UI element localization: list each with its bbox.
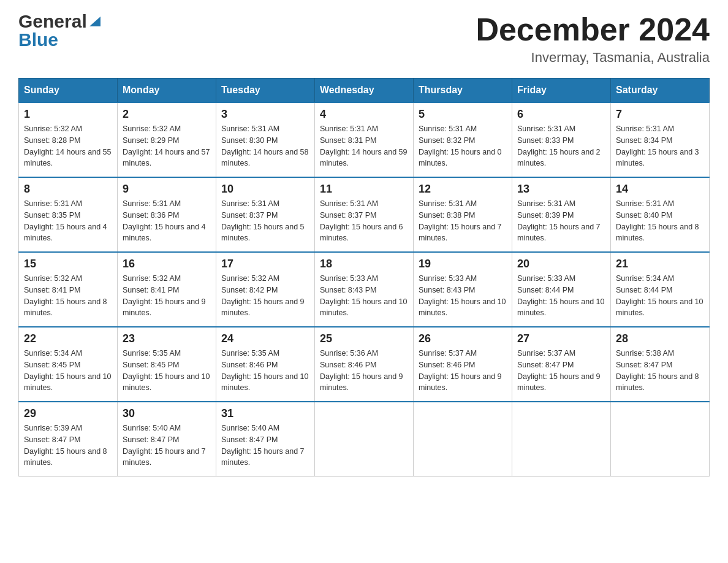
calendar-cell: 12 Sunrise: 5:31 AM Sunset: 8:38 PM Dayl… <box>414 177 512 252</box>
day-info: Sunrise: 5:35 AM Sunset: 8:46 PM Dayligh… <box>221 348 309 394</box>
day-number: 1 <box>24 108 112 121</box>
day-info: Sunrise: 5:34 AM Sunset: 8:44 PM Dayligh… <box>616 273 704 319</box>
calendar-cell: 21 Sunrise: 5:34 AM Sunset: 8:44 PM Dayl… <box>611 252 710 327</box>
day-number: 26 <box>419 332 507 345</box>
day-number: 5 <box>419 108 507 121</box>
day-info: Sunrise: 5:39 AM Sunset: 8:47 PM Dayligh… <box>24 423 112 469</box>
day-info: Sunrise: 5:32 AM Sunset: 8:28 PM Dayligh… <box>24 123 112 169</box>
day-number: 10 <box>221 183 309 196</box>
day-info: Sunrise: 5:31 AM Sunset: 8:39 PM Dayligh… <box>517 198 605 244</box>
day-number: 21 <box>616 258 704 270</box>
page-header: General Blue December 2024 Invermay, Tas… <box>18 12 710 66</box>
calendar-cell: 2 Sunrise: 5:32 AM Sunset: 8:29 PM Dayli… <box>118 102 216 177</box>
day-info: Sunrise: 5:31 AM Sunset: 8:36 PM Dayligh… <box>123 198 211 244</box>
calendar-cell: 10 Sunrise: 5:31 AM Sunset: 8:37 PM Dayl… <box>216 177 315 252</box>
calendar-cell: 15 Sunrise: 5:32 AM Sunset: 8:41 PM Dayl… <box>19 252 118 327</box>
day-number: 25 <box>320 332 408 345</box>
calendar-week-row: 1 Sunrise: 5:32 AM Sunset: 8:28 PM Dayli… <box>19 102 710 177</box>
day-info: Sunrise: 5:32 AM Sunset: 8:42 PM Dayligh… <box>221 273 309 319</box>
calendar-cell: 7 Sunrise: 5:31 AM Sunset: 8:34 PM Dayli… <box>611 102 710 177</box>
calendar-cell: 23 Sunrise: 5:35 AM Sunset: 8:45 PM Dayl… <box>118 327 216 402</box>
day-info: Sunrise: 5:33 AM Sunset: 8:44 PM Dayligh… <box>517 273 605 319</box>
day-number: 18 <box>320 258 408 270</box>
calendar-cell: 17 Sunrise: 5:32 AM Sunset: 8:42 PM Dayl… <box>216 252 315 327</box>
logo: General Blue <box>18 12 102 49</box>
day-info: Sunrise: 5:31 AM Sunset: 8:33 PM Dayligh… <box>517 123 605 169</box>
calendar-header-row: SundayMondayTuesdayWednesdayThursdayFrid… <box>19 79 710 103</box>
day-number: 16 <box>123 258 211 270</box>
day-info: Sunrise: 5:31 AM Sunset: 8:37 PM Dayligh… <box>320 198 408 244</box>
day-number: 29 <box>24 407 112 420</box>
calendar-cell <box>512 402 611 477</box>
calendar-cell: 30 Sunrise: 5:40 AM Sunset: 8:47 PM Dayl… <box>118 402 216 477</box>
day-number: 30 <box>123 407 211 420</box>
calendar-cell: 26 Sunrise: 5:37 AM Sunset: 8:46 PM Dayl… <box>414 327 512 402</box>
calendar-cell <box>414 402 512 477</box>
day-info: Sunrise: 5:31 AM Sunset: 8:34 PM Dayligh… <box>616 123 704 169</box>
calendar-week-row: 22 Sunrise: 5:34 AM Sunset: 8:45 PM Dayl… <box>19 327 710 402</box>
day-info: Sunrise: 5:32 AM Sunset: 8:41 PM Dayligh… <box>24 273 112 319</box>
day-number: 8 <box>24 183 112 196</box>
day-number: 13 <box>517 183 605 196</box>
day-number: 6 <box>517 108 605 121</box>
day-number: 24 <box>221 332 309 345</box>
logo-triangle-icon <box>88 14 102 28</box>
logo-general-text: General <box>18 12 87 31</box>
calendar-day-header: Friday <box>512 79 611 103</box>
day-number: 27 <box>517 332 605 345</box>
day-number: 15 <box>24 258 112 270</box>
day-info: Sunrise: 5:37 AM Sunset: 8:47 PM Dayligh… <box>517 348 605 394</box>
calendar-cell: 16 Sunrise: 5:32 AM Sunset: 8:41 PM Dayl… <box>118 252 216 327</box>
day-info: Sunrise: 5:34 AM Sunset: 8:45 PM Dayligh… <box>24 348 112 394</box>
day-info: Sunrise: 5:40 AM Sunset: 8:47 PM Dayligh… <box>123 423 211 469</box>
calendar-day-header: Tuesday <box>216 79 315 103</box>
calendar-cell: 28 Sunrise: 5:38 AM Sunset: 8:47 PM Dayl… <box>611 327 710 402</box>
day-number: 17 <box>221 258 309 270</box>
day-info: Sunrise: 5:37 AM Sunset: 8:46 PM Dayligh… <box>419 348 507 394</box>
calendar-cell: 5 Sunrise: 5:31 AM Sunset: 8:32 PM Dayli… <box>414 102 512 177</box>
day-info: Sunrise: 5:40 AM Sunset: 8:47 PM Dayligh… <box>221 423 309 469</box>
day-info: Sunrise: 5:36 AM Sunset: 8:46 PM Dayligh… <box>320 348 408 394</box>
calendar-cell: 20 Sunrise: 5:33 AM Sunset: 8:44 PM Dayl… <box>512 252 611 327</box>
month-title: December 2024 <box>476 12 710 47</box>
day-number: 9 <box>123 183 211 196</box>
calendar-day-header: Saturday <box>611 79 710 103</box>
day-number: 3 <box>221 108 309 121</box>
calendar-cell: 14 Sunrise: 5:31 AM Sunset: 8:40 PM Dayl… <box>611 177 710 252</box>
day-info: Sunrise: 5:31 AM Sunset: 8:37 PM Dayligh… <box>221 198 309 244</box>
calendar-cell: 11 Sunrise: 5:31 AM Sunset: 8:37 PM Dayl… <box>315 177 414 252</box>
calendar-cell: 25 Sunrise: 5:36 AM Sunset: 8:46 PM Dayl… <box>315 327 414 402</box>
day-info: Sunrise: 5:32 AM Sunset: 8:41 PM Dayligh… <box>123 273 211 319</box>
logo-image: General Blue <box>18 12 102 49</box>
day-number: 31 <box>221 407 309 420</box>
day-number: 20 <box>517 258 605 270</box>
calendar-cell: 3 Sunrise: 5:31 AM Sunset: 8:30 PM Dayli… <box>216 102 315 177</box>
calendar-cell: 24 Sunrise: 5:35 AM Sunset: 8:46 PM Dayl… <box>216 327 315 402</box>
calendar-cell: 27 Sunrise: 5:37 AM Sunset: 8:47 PM Dayl… <box>512 327 611 402</box>
calendar-day-header: Wednesday <box>315 79 414 103</box>
day-number: 23 <box>123 332 211 345</box>
calendar-cell: 9 Sunrise: 5:31 AM Sunset: 8:36 PM Dayli… <box>118 177 216 252</box>
calendar-cell <box>315 402 414 477</box>
day-info: Sunrise: 5:32 AM Sunset: 8:29 PM Dayligh… <box>123 123 211 169</box>
logo-blue-text: Blue <box>18 29 58 50</box>
day-info: Sunrise: 5:35 AM Sunset: 8:45 PM Dayligh… <box>123 348 211 394</box>
day-number: 11 <box>320 183 408 196</box>
day-info: Sunrise: 5:31 AM Sunset: 8:35 PM Dayligh… <box>24 198 112 244</box>
day-info: Sunrise: 5:33 AM Sunset: 8:43 PM Dayligh… <box>320 273 408 319</box>
calendar-cell: 19 Sunrise: 5:33 AM Sunset: 8:43 PM Dayl… <box>414 252 512 327</box>
calendar-cell: 18 Sunrise: 5:33 AM Sunset: 8:43 PM Dayl… <box>315 252 414 327</box>
calendar-day-header: Thursday <box>414 79 512 103</box>
calendar-table: SundayMondayTuesdayWednesdayThursdayFrid… <box>18 78 710 477</box>
title-block: December 2024 Invermay, Tasmania, Austra… <box>476 12 710 66</box>
day-info: Sunrise: 5:31 AM Sunset: 8:31 PM Dayligh… <box>320 123 408 169</box>
calendar-cell: 13 Sunrise: 5:31 AM Sunset: 8:39 PM Dayl… <box>512 177 611 252</box>
day-number: 22 <box>24 332 112 345</box>
calendar-cell: 22 Sunrise: 5:34 AM Sunset: 8:45 PM Dayl… <box>19 327 118 402</box>
calendar-cell: 4 Sunrise: 5:31 AM Sunset: 8:31 PM Dayli… <box>315 102 414 177</box>
calendar-cell: 31 Sunrise: 5:40 AM Sunset: 8:47 PM Dayl… <box>216 402 315 477</box>
location-subtitle: Invermay, Tasmania, Australia <box>476 50 710 66</box>
day-info: Sunrise: 5:38 AM Sunset: 8:47 PM Dayligh… <box>616 348 704 394</box>
day-info: Sunrise: 5:31 AM Sunset: 8:30 PM Dayligh… <box>221 123 309 169</box>
day-number: 2 <box>123 108 211 121</box>
